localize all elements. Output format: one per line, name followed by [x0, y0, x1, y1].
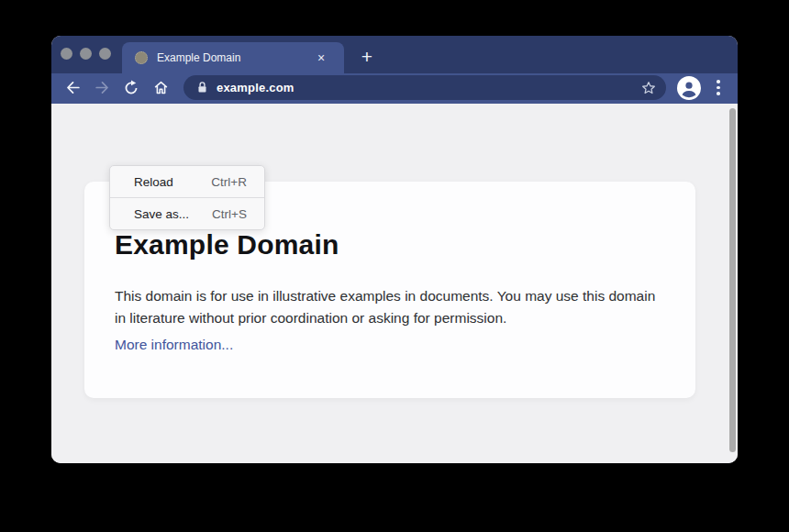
profile-avatar-button[interactable] — [677, 76, 701, 100]
reload-button[interactable] — [119, 76, 143, 100]
back-button[interactable] — [61, 76, 84, 100]
tab-close-icon[interactable]: × — [313, 50, 329, 66]
browser-tab[interactable]: Example Domain × — [122, 42, 344, 73]
toolbar: example.com — [51, 73, 738, 104]
window-controls — [61, 48, 111, 60]
page-paragraph: This domain is for use in illustrative e… — [115, 285, 658, 329]
home-icon — [152, 79, 170, 96]
maximize-window-button[interactable] — [99, 48, 111, 60]
browser-window: Example Domain × + example.com — [51, 36, 738, 463]
menu-item-reload[interactable]: Reload Ctrl+R — [110, 166, 264, 197]
titlebar: Example Domain × + — [51, 36, 738, 73]
back-icon — [64, 79, 82, 96]
desktop-background: Example Domain × + example.com — [0, 0, 789, 532]
home-button[interactable] — [149, 76, 172, 100]
tab-title: Example Domain — [157, 51, 313, 64]
vertical-scrollbar[interactable] — [729, 108, 736, 452]
menu-item-shortcut: Ctrl+R — [211, 175, 247, 189]
menu-dot-icon — [717, 80, 720, 83]
tab-favicon-icon — [135, 51, 148, 64]
address-bar[interactable]: example.com — [183, 75, 666, 100]
lock-icon — [196, 81, 208, 94]
menu-item-label: Reload — [134, 175, 211, 189]
menu-item-save-as[interactable]: Save as... Ctrl+S — [110, 198, 264, 229]
new-tab-button[interactable]: + — [354, 44, 380, 70]
page-content: Example Domain This domain is for use in… — [51, 104, 738, 463]
more-information-link[interactable]: More information... — [115, 337, 233, 353]
reload-icon — [123, 80, 139, 96]
bookmark-star-icon[interactable] — [640, 80, 657, 96]
browser-menu-button[interactable] — [710, 80, 727, 95]
minimize-window-button[interactable] — [80, 48, 92, 60]
menu-item-shortcut: Ctrl+S — [212, 207, 247, 221]
context-menu: Reload Ctrl+R Save as... Ctrl+S — [109, 165, 265, 230]
close-window-button[interactable] — [61, 48, 72, 60]
avatar-icon — [677, 76, 701, 100]
page-heading: Example Domain — [115, 229, 339, 260]
forward-button[interactable] — [90, 76, 114, 100]
forward-icon — [94, 79, 111, 96]
menu-dot-icon — [717, 92, 720, 95]
url-text: example.com — [217, 81, 640, 94]
menu-dot-icon — [717, 86, 720, 90]
menu-item-label: Save as... — [134, 207, 212, 221]
